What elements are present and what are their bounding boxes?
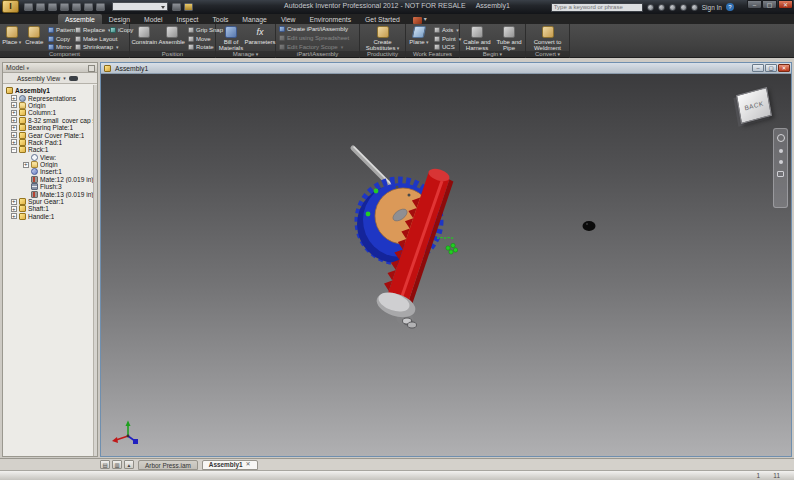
tab-manage[interactable]: Manage xyxy=(235,14,274,24)
expander-icon[interactable] xyxy=(11,147,17,153)
vault-tab-icon[interactable] xyxy=(413,17,422,24)
browser-panel-header[interactable]: Model ▾ xyxy=(3,63,97,73)
document-title-bar[interactable]: Assembly1 – ▢ ✕ xyxy=(101,63,791,74)
tab-close-icon[interactable]: ✕ xyxy=(246,460,251,469)
tab-assemble[interactable]: Assemble xyxy=(58,14,102,24)
tree-item-cap-screw[interactable]: 8-32 small_cover cap screw:1 xyxy=(3,117,93,124)
expander-icon[interactable] xyxy=(23,162,29,168)
tree-item-mate12[interactable]: Mate:12 (0.019 in) xyxy=(3,176,93,183)
search-icon[interactable] xyxy=(647,4,654,11)
tab-model[interactable]: Model xyxy=(137,14,170,24)
tree-item-rack[interactable]: Rack:1 xyxy=(3,146,93,153)
view-mode-dropdown[interactable]: Assembly View xyxy=(17,75,60,82)
group-label-ipart[interactable]: iPart/iAssembly xyxy=(276,51,359,58)
expander-icon[interactable] xyxy=(11,139,17,145)
create-ipart-button[interactable]: Create iPart/iAssembly xyxy=(277,25,358,33)
zoom-icon[interactable] xyxy=(779,160,783,164)
tree-item-column[interactable]: Column:1 xyxy=(3,109,93,116)
expander-icon[interactable] xyxy=(11,102,17,108)
group-label-manage[interactable]: Manage xyxy=(216,51,275,58)
doc-tab-arbor-press[interactable]: Arbor Press.iam xyxy=(138,460,198,470)
place-button[interactable]: Place xyxy=(1,25,23,51)
help-icon[interactable]: ? xyxy=(726,3,734,11)
create-substitutes-button[interactable]: Create Substitutes xyxy=(362,25,404,51)
doc-close-button[interactable]: ✕ xyxy=(778,64,790,72)
expander-icon[interactable] xyxy=(11,95,17,101)
tab-get-started[interactable]: Get Started xyxy=(358,14,407,24)
tree-item-spur-gear[interactable]: Spur Gear:1 xyxy=(3,198,93,205)
group-label-convert[interactable]: Convert xyxy=(526,51,569,58)
tree-item-assembly1[interactable]: Assembly1 xyxy=(3,87,93,94)
tree-item-mate13[interactable]: Mate:13 (0.019 in) xyxy=(3,190,93,197)
ribbon-options-caret-icon[interactable]: ▾ xyxy=(424,15,427,24)
browser-scrollbar[interactable] xyxy=(93,85,97,456)
expander-icon[interactable] xyxy=(11,206,17,212)
3d-model-canvas[interactable] xyxy=(101,74,791,456)
tree-item-handle[interactable]: Handle:1 xyxy=(3,213,93,220)
close-button[interactable]: ✕ xyxy=(778,0,793,9)
expand-tabs-icon[interactable]: ▴ xyxy=(124,460,134,469)
tree-item-gear-cover-plate[interactable]: Gear Cover Plate:1 xyxy=(3,131,93,138)
make-layout-button[interactable]: Make Layout xyxy=(73,34,107,42)
tube-and-pipe-button[interactable]: Tube and Pipe xyxy=(494,25,524,51)
tile-windows-icon[interactable]: ▥ xyxy=(112,460,122,469)
tab-view[interactable]: View xyxy=(274,14,303,24)
cable-and-harness-button[interactable]: Cable and Harness xyxy=(461,25,493,51)
create-button[interactable]: Create xyxy=(24,25,46,51)
ucs-button[interactable]: UCS xyxy=(432,43,458,51)
sign-in-button[interactable]: Sign In xyxy=(702,4,722,11)
edit-factory-scope-button[interactable]: Edit Factory Scope xyxy=(277,43,358,51)
bill-of-materials-button[interactable]: Bill of Materials xyxy=(217,25,245,51)
expander-icon[interactable] xyxy=(11,110,17,116)
pattern-button[interactable]: Pattern xyxy=(46,26,72,34)
group-label-position[interactable]: Position xyxy=(130,51,215,58)
handle-knob-part[interactable] xyxy=(583,221,596,231)
tree-item-view[interactable]: View: xyxy=(3,154,93,161)
user-icon[interactable] xyxy=(691,4,698,11)
cascade-windows-icon[interactable]: ▤ xyxy=(100,460,110,469)
favorites-icon[interactable] xyxy=(680,4,687,11)
shrinkwrap-button[interactable]: Shrinkwrap xyxy=(73,43,107,51)
tree-item-bearing-plate[interactable]: Bearing Plate:1 xyxy=(3,124,93,131)
search-binoculars-icon[interactable] xyxy=(69,76,78,81)
tab-environments[interactable]: Environments xyxy=(303,14,359,24)
minimize-button[interactable]: – xyxy=(747,0,762,9)
expander-icon[interactable] xyxy=(11,132,17,138)
plane-button[interactable]: Plane xyxy=(407,25,431,51)
pan-icon[interactable] xyxy=(779,149,783,153)
tree-item-representations[interactable]: Representations xyxy=(3,94,93,101)
tab-design[interactable]: Design xyxy=(102,14,137,24)
expander-icon[interactable] xyxy=(11,117,17,123)
tree-item-shaft[interactable]: Shaft:1 xyxy=(3,205,93,212)
tab-tools[interactable]: Tools xyxy=(205,14,235,24)
tree-item-origin[interactable]: Origin xyxy=(3,102,93,109)
group-label-productivity[interactable]: Productivity xyxy=(360,51,405,58)
group-label-begin[interactable]: Begin xyxy=(460,51,525,58)
communication-center-icon[interactable] xyxy=(669,4,676,11)
steering-wheel-icon[interactable] xyxy=(777,134,785,142)
search-input[interactable] xyxy=(551,3,643,12)
move-button[interactable]: Move xyxy=(186,34,214,42)
expander-icon[interactable] xyxy=(11,213,17,219)
tab-inspect[interactable]: Inspect xyxy=(170,14,206,24)
point-button[interactable]: Point xyxy=(432,34,458,42)
expander-icon[interactable] xyxy=(11,199,17,205)
axis-button[interactable]: Axis xyxy=(432,26,458,34)
constrain-button[interactable]: Constrain xyxy=(131,25,158,51)
edit-using-spreadsheet-button[interactable]: Edit using Spreadsheet xyxy=(277,34,358,42)
group-label-component[interactable]: Component xyxy=(0,51,129,58)
tree-item-rack-pad[interactable]: Rack Pad:1 xyxy=(3,139,93,146)
restore-button[interactable]: ▢ xyxy=(762,0,777,9)
assemble-button[interactable]: Assemble xyxy=(159,25,186,51)
subscription-center-icon[interactable] xyxy=(658,4,665,11)
tree-item-rack-origin[interactable]: Origin xyxy=(3,161,93,168)
convert-to-weldment-button[interactable]: Convert to Weldment xyxy=(528,25,568,51)
parameters-button[interactable]: Parameters xyxy=(246,25,274,51)
expander-icon[interactable] xyxy=(11,125,17,131)
3d-viewport[interactable]: BACK xyxy=(101,74,791,456)
doc-tab-assembly1[interactable]: Assembly1 ✕ xyxy=(202,460,258,470)
doc-restore-button[interactable]: ▢ xyxy=(765,64,777,72)
group-label-work-features[interactable]: Work Features xyxy=(406,51,459,58)
icopy-button[interactable]: iCopy xyxy=(108,26,128,34)
grip-snap-button[interactable]: Grip Snap xyxy=(186,26,214,34)
